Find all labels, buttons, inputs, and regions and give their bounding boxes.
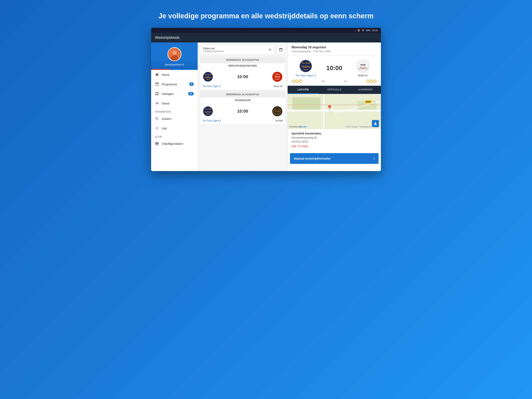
map-navigate-button[interactable] (372, 120, 379, 127)
location-address-line2: 3707HX ZEIST (291, 140, 377, 144)
sidebar-label-uitslagen: Uitslagen (162, 92, 174, 96)
detail-header: Woensdag 16 augustus vriendschappelijk ·… (288, 42, 381, 55)
detail-home-logo: TEX TOWN TIGERS (299, 59, 313, 73)
away-diamonds (367, 80, 376, 83)
time-text: 10:10 (372, 29, 378, 32)
svg-text:WSB: WSB (360, 64, 365, 66)
map-n224-label: N224 (365, 100, 372, 103)
map-bg: N224 📍 Google Kerckebosch ©2017 Google ·… (288, 94, 381, 129)
chevron-right-icon: › (373, 156, 375, 161)
tab-aanwezig[interactable]: AANWEZIG (350, 86, 381, 94)
match-teams-1: Tex Town Tigers 1 Ovvo H1 (200, 85, 285, 90)
app-bar-title: Wedstrijddetails (155, 36, 180, 39)
sidebar-label-home: Home (162, 73, 169, 76)
programma-badge: 2 (189, 82, 194, 86)
digitaal-btn-label: Digitaal wedstrijdformulier (294, 157, 331, 160)
home-team-logo-2: TEX TOWN TIGERS (203, 106, 213, 117)
sidebar-item-home[interactable]: Home (151, 70, 198, 79)
map-container: N224 📍 Google Kerckebosch ©2017 Google ·… (288, 94, 381, 129)
sidebar-item-zoeken[interactable]: Zoeken (151, 114, 198, 123)
away-team-logo-2: BATTING HCAW BUSSUM (272, 106, 283, 117)
digitaal-wedstrijdformulier-button[interactable]: Digitaal wedstrijdformulier › (290, 153, 379, 164)
sidebar-item-programma[interactable]: Programma 2 (151, 79, 198, 89)
list-icon (155, 101, 159, 105)
away-team-name-1: Ovvo H1 (274, 85, 283, 88)
filter-label: Filters uit (203, 47, 224, 50)
detail-panel: Woensdag 16 augustus vriendschappelijk ·… (287, 42, 381, 171)
location-address-line1: Woudenbergseweg 56 (291, 136, 377, 140)
map-kerckebosch: Kerckebosch (289, 125, 302, 128)
home-rank: 2e (322, 80, 324, 83)
tab-officials[interactable]: OFFICIALS (319, 86, 350, 94)
detail-date: Woensdag 16 augustus (291, 45, 377, 49)
sidebar-profile: bart@sportlink.nl (151, 42, 198, 69)
svg-text:HCAW: HCAW (275, 111, 280, 113)
sidebar-label-vrijwilligerstaken: Vrijwilligerstaken (162, 142, 183, 145)
svg-text:AMSTERDAM: AMSTERDAM (358, 68, 368, 70)
sidebar-label-zoeken: Zoeken (162, 117, 171, 120)
detail-time: 10:00 (321, 64, 348, 72)
home-diamonds (292, 80, 302, 83)
diamond-3 (299, 79, 303, 83)
detail-away-name: WSB H1 (358, 74, 368, 77)
location-info: Sportlink Amsterdam, Woudenbergseweg 56 … (288, 129, 381, 151)
sidebar-item-lijst[interactable]: Lijst (151, 123, 198, 133)
home-team-name-2[interactable]: Tex Town Tigers 5 (203, 119, 221, 122)
svg-text:TEX TOWN: TEX TOWN (301, 62, 310, 64)
sidebar-item-vrijwilligerstaken[interactable]: Vrijwilligerstaken (151, 139, 198, 148)
sidebar-email: bart@sportlink.nl (165, 63, 184, 66)
battery-text: 18% (366, 29, 370, 32)
svg-point-20 (357, 60, 369, 72)
svg-text:BUSSUM: BUSSUM (275, 113, 280, 114)
svg-text:OVV0: OVV0 (275, 76, 280, 78)
svg-point-6 (207, 75, 209, 78)
detail-subtitle: vriendschappelijk · THB-Test, #650 (291, 50, 377, 53)
match-card-2: TEAMSPELER TEX TOWN TIGERS 10:00 (200, 98, 285, 124)
bluetooth-icon: ⌕ (355, 29, 356, 32)
club-section-title: CLUB (151, 133, 198, 139)
match-row-1: TEX TOWN TIGERS 10:00 OVV0 (200, 69, 285, 85)
wifi-icon: ⌘ (362, 29, 364, 32)
match-time-2: 10:00 (215, 109, 270, 114)
map-marker: 📍 (326, 105, 333, 111)
match-card-1: WEDSTRIJDSECRETARIS TEX TOWN TIGERS (200, 63, 285, 90)
day-header-1: WOENSDAG 16 AUGUSTUS (200, 57, 285, 63)
search-icon (155, 117, 159, 121)
avatar (167, 47, 182, 61)
away-team-logo-1: OVV0 (272, 71, 283, 82)
sidebar-label-lijst: Lijst (162, 127, 167, 130)
svg-text:TIGERS: TIGERS (204, 111, 212, 113)
home-icon (155, 73, 159, 77)
uitslagen-badge: 17 (188, 92, 194, 96)
calendar-refresh-icon (279, 48, 283, 52)
audio-icon: 🔇 (357, 29, 360, 32)
day-header-2: WOENSDAG 16 AUGUSTUS (200, 91, 285, 97)
location-phone[interactable]: 088 770 0500 (291, 145, 377, 148)
two-panels: Filters uit Volledig programma ▼ WOENSDA… (198, 42, 381, 171)
detail-tabs: LOCATIE OFFICIALS AANWEZIG (288, 86, 381, 94)
match-teams-2: Tex Town Tigers 5 HCAW (200, 119, 285, 124)
filter-dropdown[interactable]: Filters uit Volledig programma ▼ (200, 45, 275, 55)
match-role-1: WEDSTRIJDSECRETARIS (200, 63, 285, 69)
volunteer-icon (155, 142, 159, 146)
detail-home-name[interactable]: Tex Town Tigers 3 (296, 74, 316, 77)
sidebar-label-stand: Stand (162, 102, 169, 105)
match-role-2: TEAMSPELER (200, 98, 285, 103)
sidebar-item-stand[interactable]: Stand (151, 99, 198, 108)
away-team-name-2: HCAW (276, 119, 283, 122)
diamond-6 (373, 79, 377, 83)
match-row-2: TEX TOWN TIGERS 10:00 BATTING (200, 103, 285, 119)
sidebar: bart@sportlink.nl Home Programma 2 Uitsl… (151, 42, 198, 171)
calendar-sync-button[interactable] (277, 45, 285, 54)
location-name: Sportlink Amsterdam, (291, 132, 377, 135)
tab-locatie[interactable]: LOCATIE (288, 86, 319, 94)
chevron-down-icon: ▼ (268, 48, 272, 52)
favorieten-section-title: FAVORIETEN (151, 108, 198, 114)
match-time-1: 10:00 (215, 74, 270, 79)
home-team-logo-1: TEX TOWN TIGERS (203, 71, 213, 82)
sidebar-label-programma: Programma (162, 83, 177, 86)
star-icon (155, 126, 159, 130)
sidebar-item-uitslagen[interactable]: Uitslagen 17 (151, 89, 198, 99)
home-team-name-1[interactable]: Tex Town Tigers 1 (203, 85, 221, 88)
detail-match-row: TEX TOWN TIGERS Tex Town Tigers 3 10:00 (288, 55, 381, 79)
